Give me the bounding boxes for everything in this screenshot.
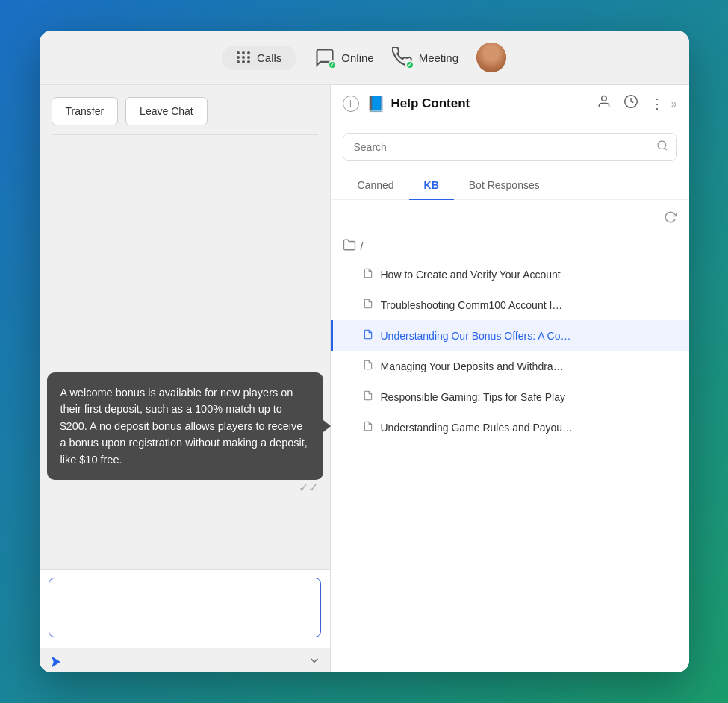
kb-item-1[interactable]: Troubleshooting Comm100 Account I… bbox=[331, 290, 689, 320]
tooltip-text: A welcome bonus is available for new pla… bbox=[60, 387, 308, 466]
app-window: Calls Online Meeting bbox=[40, 31, 689, 672]
kb-item-text-3: Managing Your Deposits and Withdra… bbox=[381, 360, 564, 372]
doc-icon-1 bbox=[363, 298, 373, 312]
avatar-image bbox=[476, 43, 506, 72]
tab-bot-responses[interactable]: Bot Responses bbox=[454, 172, 555, 200]
tab-canned[interactable]: Canned bbox=[343, 172, 409, 200]
refresh-button[interactable] bbox=[664, 210, 677, 228]
search-icon bbox=[656, 140, 668, 154]
online-status[interactable]: Online bbox=[314, 47, 373, 68]
svg-marker-0 bbox=[52, 656, 60, 667]
calls-button[interactable]: Calls bbox=[222, 46, 296, 70]
search-input[interactable] bbox=[343, 133, 677, 161]
meeting-label: Meeting bbox=[419, 51, 458, 64]
doc-icon-2 bbox=[363, 328, 373, 343]
right-panel: i 📘 Help Content bbox=[331, 85, 689, 672]
tooltip-bubble: A welcome bonus is available for new pla… bbox=[47, 372, 323, 480]
book-icon: 📘 bbox=[367, 95, 385, 113]
tooltip-arrow bbox=[323, 420, 331, 432]
expand-button[interactable] bbox=[308, 654, 321, 669]
kb-item-text-2: Understanding Our Bonus Offers: A Co… bbox=[381, 330, 571, 342]
help-content-title: 📘 Help Content bbox=[367, 95, 589, 113]
kb-content: / How to Create and Verify Your Account bbox=[331, 200, 689, 672]
send-button[interactable] bbox=[49, 654, 63, 669]
svg-line-4 bbox=[665, 148, 667, 150]
kb-item-text-5: Understanding Game Rules and Payou… bbox=[381, 422, 573, 434]
grid-icon bbox=[237, 51, 251, 63]
kb-item-0[interactable]: How to Create and Verify Your Account bbox=[331, 259, 689, 290]
kb-item-5[interactable]: Understanding Game Rules and Payou… bbox=[331, 412, 689, 443]
header-icons: ⋮ bbox=[597, 94, 664, 113]
kb-item-text-0: How to Create and Verify Your Account bbox=[381, 269, 561, 281]
transfer-button[interactable]: Transfer bbox=[52, 97, 119, 125]
double-check-icon: ✓✓ bbox=[299, 481, 318, 495]
doc-icon-0 bbox=[363, 267, 373, 281]
left-panel: Transfer Leave Chat A welcome bonus is a… bbox=[40, 85, 331, 672]
search-bar bbox=[343, 133, 677, 161]
help-title-text: Help Content bbox=[391, 96, 470, 111]
doc-icon-4 bbox=[363, 390, 373, 404]
avatar[interactable] bbox=[476, 43, 506, 72]
kb-item-text-4: Responsible Gaming: Tips for Safe Play bbox=[381, 391, 565, 403]
action-buttons: Transfer Leave Chat bbox=[40, 85, 330, 134]
clock-icon-button[interactable] bbox=[623, 94, 638, 113]
message-input[interactable] bbox=[49, 578, 321, 637]
doc-icon-5 bbox=[363, 420, 373, 434]
kb-item-2[interactable]: Understanding Our Bonus Offers: A Co… bbox=[331, 320, 689, 351]
input-bottom-bar bbox=[40, 648, 330, 672]
info-icon[interactable]: i bbox=[343, 96, 359, 112]
main-area: Transfer Leave Chat A welcome bonus is a… bbox=[40, 85, 689, 672]
svg-point-1 bbox=[601, 96, 606, 101]
online-icon-wrap bbox=[314, 47, 335, 68]
meeting-icon-wrap bbox=[392, 47, 413, 68]
svg-point-3 bbox=[658, 141, 666, 149]
kb-item-4[interactable]: Responsible Gaming: Tips for Safe Play bbox=[331, 381, 689, 412]
kb-item-3[interactable]: Managing Your Deposits and Withdra… bbox=[331, 351, 689, 381]
tabs-row: Canned KB Bot Responses bbox=[331, 172, 689, 200]
right-header: i 📘 Help Content bbox=[331, 85, 689, 122]
kb-toolbar bbox=[331, 207, 689, 234]
more-options-button[interactable]: ⋮ bbox=[650, 96, 664, 112]
chat-area: A welcome bonus is available for new pla… bbox=[40, 135, 330, 569]
leave-chat-button[interactable]: Leave Chat bbox=[125, 97, 208, 125]
online-dot bbox=[328, 60, 337, 69]
online-label: Online bbox=[341, 51, 373, 64]
input-area bbox=[40, 569, 330, 648]
folder-slash: / bbox=[361, 240, 364, 252]
tab-kb[interactable]: KB bbox=[409, 172, 454, 200]
folder-row: / bbox=[331, 234, 689, 259]
person-icon-button[interactable] bbox=[597, 94, 612, 113]
doc-icon-3 bbox=[363, 359, 373, 373]
kb-item-text-1: Troubleshooting Comm100 Account I… bbox=[381, 299, 563, 311]
folder-icon bbox=[343, 238, 356, 254]
meeting-status[interactable]: Meeting bbox=[392, 47, 458, 68]
kb-list: How to Create and Verify Your Account Tr… bbox=[331, 259, 689, 443]
top-bar: Calls Online Meeting bbox=[40, 31, 689, 85]
expand-arrow-icon[interactable]: » bbox=[671, 98, 677, 110]
calls-label: Calls bbox=[257, 51, 281, 64]
meeting-dot bbox=[405, 60, 414, 69]
